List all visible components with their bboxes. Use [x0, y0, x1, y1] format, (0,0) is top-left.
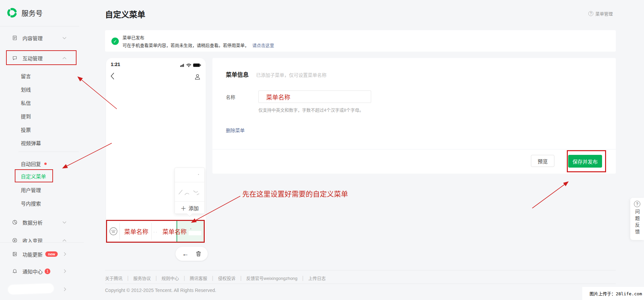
menu-divider — [119, 223, 120, 240]
footer-separator: | — [212, 275, 213, 281]
footer-separator: | — [184, 275, 185, 281]
keyboard-icon[interactable] — [109, 227, 118, 237]
book-icon — [12, 251, 18, 257]
sidebar-item-label: 数据分析 — [22, 219, 43, 226]
redacted-dots: ·· — [153, 230, 158, 234]
footer-links: 关于腾讯| 服务协议| 规则中心| 腾讯客服| 侵权投诉| 反馈官号weixin… — [105, 275, 326, 281]
delete-menu-link[interactable]: 删除菜单 — [226, 127, 245, 133]
phone-time: 1:21 — [111, 62, 120, 67]
redacted-mark — [198, 174, 199, 175]
page-title: 自定义菜单 — [105, 8, 145, 20]
footer-separator: | — [240, 275, 242, 281]
footer-link[interactable]: 侵权投诉 — [218, 275, 236, 281]
sidebar-item-private-message[interactable]: 私信 — [21, 98, 66, 107]
divider — [212, 149, 616, 149]
sidebar-item-content-management[interactable]: 内容管理 — [12, 34, 66, 42]
menu-item-1[interactable]: 菜单名称 — [122, 227, 151, 236]
menu-name-value: 菜单名称 — [266, 93, 290, 101]
sidebar: 服务号 内容管理 互动管理 留言 划线 私信 提到 投票 视频弹幕 自动回复 自… — [0, 0, 84, 300]
name-label: 名称 — [226, 94, 235, 100]
copyright: Copyright © 2012-2025 Tencent. All Right… — [105, 288, 216, 293]
question-icon: ? — [634, 201, 640, 207]
help-label: 菜单管理 — [595, 10, 613, 17]
watermark: 图片上传于：28life.com — [582, 287, 644, 300]
menu-management-help[interactable]: ? 菜单管理 — [588, 10, 613, 17]
footer-link[interactable]: 上传日志 — [308, 275, 326, 281]
phone-status-icons — [180, 62, 201, 68]
menu-divider — [151, 223, 152, 240]
help-icon: ? — [588, 11, 593, 16]
submenu-row-2[interactable] — [175, 182, 204, 201]
sidebar-item-data-analysis[interactable]: 数据分析 — [12, 218, 66, 227]
chevron-right-icon — [63, 252, 66, 256]
chevron-right-icon — [63, 269, 66, 273]
brand[interactable]: 服务号 — [7, 7, 43, 18]
fold-cover — [0, 243, 84, 247]
battery-icon — [193, 62, 201, 68]
feedback-label: 问题反馈 — [634, 209, 641, 236]
sidebar-item-label: 自动回复 — [21, 160, 41, 167]
sidebar-item-notification-center[interactable]: 通知中心 1 — [12, 267, 66, 276]
phone-menu-bar: 菜单名称 ·· 菜单名称 — [106, 220, 205, 243]
signal-icon — [180, 62, 185, 68]
submenu-dropdown: ＋ 添加 — [175, 168, 205, 214]
chevron-down-icon — [62, 221, 66, 224]
sidebar-item-custom-menu[interactable]: 自定义菜单 — [21, 172, 66, 180]
menu-item-2[interactable]: 菜单名称 — [160, 227, 189, 236]
back-arrow-icon[interactable]: ← — [182, 250, 189, 257]
sidebar-item-auto-reply[interactable]: 自动回复 — [21, 159, 66, 168]
chevron-right-icon — [63, 287, 66, 291]
footer-separator: | — [302, 275, 303, 281]
banner-desc-row: 可在手机查看菜单内容，若尚未生效，请稍后查看。若停用菜单， 请点击这里 — [122, 42, 274, 48]
phone-back-icon[interactable] — [110, 72, 115, 81]
sidebar-item-label: 划线 — [21, 86, 31, 93]
sidebar-item-mentions[interactable]: 提到 — [21, 112, 66, 120]
sidebar-item-label: 提到 — [21, 113, 31, 120]
footer-separator: | — [127, 275, 129, 281]
feedback-widget[interactable]: ? 问题反馈 — [630, 198, 644, 240]
annotation-tip: 先在这里设置好需要的自定义菜单 — [242, 188, 348, 198]
sidebar-item-label: 用户管理 — [21, 186, 41, 193]
redacted-scribble — [178, 187, 201, 197]
sidebar-item-interaction-management[interactable]: 互动管理 — [12, 54, 66, 62]
new-badge: new — [45, 251, 58, 257]
sidebar-item-video-danmu[interactable]: 视频弹幕 — [21, 138, 66, 147]
sidebar-item-underline[interactable]: 划线 — [21, 85, 66, 94]
add-label: 添加 — [189, 204, 199, 212]
sidebar-item-user-management[interactable]: 用户管理 — [21, 185, 66, 194]
footer-link[interactable]: 规则中心 — [161, 275, 179, 281]
chevron-up-icon — [62, 57, 66, 60]
section-title: 菜单信息 — [226, 70, 249, 78]
divider — [18, 152, 79, 152]
divider — [0, 26, 79, 26]
footer-link[interactable]: 腾讯客服 — [190, 275, 207, 281]
sidebar-item-account-search[interactable]: 号内搜索 — [21, 199, 66, 207]
save-publish-button[interactable]: 保存并发布 — [568, 155, 602, 168]
edit-toolbar-pill: ← — [176, 247, 208, 261]
banner-disable-link[interactable]: 请点击这里 — [252, 43, 274, 48]
footer-link[interactable]: 反馈官号weixingongzhong — [246, 275, 297, 281]
footer-link[interactable]: 服务协议 — [133, 275, 151, 281]
sidebar-item-feature-updates[interactable]: 功能更新 new — [12, 250, 66, 258]
menu-name-input[interactable]: 菜单名称 — [258, 91, 371, 103]
preview-button[interactable]: 预览 — [531, 155, 554, 167]
person-icon[interactable] — [194, 74, 201, 81]
brand-logo-icon — [7, 7, 17, 18]
redacted-blob — [8, 284, 54, 295]
sidebar-item-label: 号内搜索 — [21, 200, 41, 207]
sidebar-item-label: 留言 — [21, 72, 31, 79]
trash-icon[interactable] — [196, 251, 201, 257]
sidebar-item-votes[interactable]: 投票 — [21, 125, 66, 134]
divider — [105, 270, 616, 271]
publish-banner: ✓ 菜单已发布 可在手机查看菜单内容，若尚未生效，请稍后查看。若停用菜单， 请点… — [105, 30, 616, 52]
sidebar-item-label: 互动管理 — [22, 55, 43, 62]
sidebar-item-account[interactable] — [12, 285, 66, 294]
sidebar-item-label: 功能更新 — [22, 251, 43, 258]
sidebar-item-messages[interactable]: 留言 — [21, 71, 66, 80]
bell-icon — [12, 268, 18, 274]
divider — [105, 284, 616, 284]
section-hint: 已添加子菜单，仅可设置菜单名称 — [256, 71, 327, 78]
brand-name: 服务号 — [21, 8, 43, 18]
submenu-row-1[interactable] — [175, 168, 204, 182]
footer-link[interactable]: 关于腾讯 — [105, 275, 122, 281]
